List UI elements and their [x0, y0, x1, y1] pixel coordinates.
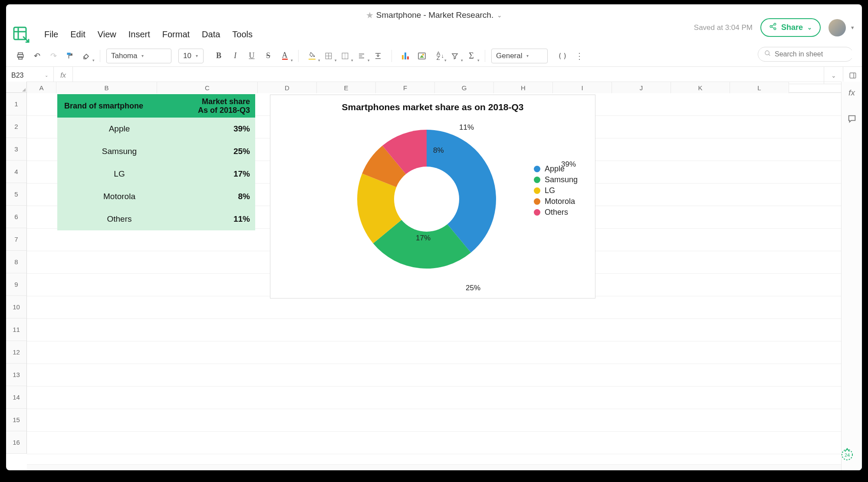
filter-icon[interactable]: ▾	[447, 49, 462, 63]
table-row[interactable]: Others11%	[57, 208, 255, 230]
table-header-col2-line1: Market share	[181, 97, 250, 106]
sort-icon[interactable]: AZ↓▾	[431, 49, 446, 63]
font-size-select[interactable]: 10▾	[178, 49, 204, 63]
row-header[interactable]: 4	[6, 161, 27, 183]
number-format-value: General	[496, 52, 522, 60]
bold-button[interactable]: B	[211, 49, 226, 63]
menu-edit[interactable]: Edit	[64, 27, 91, 42]
legend-label: LG	[545, 186, 555, 195]
chart-object[interactable]: Smartphones market share as on 2018-Q3 3…	[270, 95, 595, 298]
svg-point-3	[774, 23, 776, 26]
column-header[interactable]: C	[157, 82, 258, 93]
select-all-corner[interactable]	[6, 82, 27, 93]
italic-button[interactable]: I	[228, 49, 243, 63]
insert-function-icon[interactable]: ()	[556, 49, 570, 63]
row-header[interactable]: 1	[6, 93, 27, 115]
menu-format[interactable]: Format	[156, 27, 196, 42]
legend-swatch	[534, 166, 540, 172]
column-header[interactable]: G	[435, 82, 494, 93]
undo-icon[interactable]: ↶	[30, 49, 44, 63]
horizontal-scrollbar[interactable]	[27, 464, 841, 470]
avatar[interactable]	[829, 19, 846, 36]
chevron-down-icon[interactable]: ⌄	[45, 73, 48, 78]
search-sheet[interactable]	[758, 47, 853, 62]
font-color-button[interactable]: A▾	[277, 49, 292, 63]
borders-button[interactable]: ▾	[321, 49, 336, 63]
document-title-wrap[interactable]: ★ Smartphone - Market Research. ⌄	[366, 10, 502, 20]
share-icon	[769, 23, 777, 33]
menu-tools[interactable]: Tools	[226, 27, 259, 42]
comments-panel-icon[interactable]	[845, 112, 859, 126]
search-input[interactable]	[775, 50, 861, 58]
table-row[interactable]: LG17%	[57, 163, 255, 185]
svg-text:24: 24	[845, 452, 850, 458]
chart-title: Smartphones market share as on 2018-Q3	[270, 95, 595, 112]
insert-image-icon[interactable]	[414, 49, 429, 63]
table-row[interactable]: Apple39%	[57, 118, 255, 140]
table-cell-share: 8%	[181, 192, 255, 201]
column-header[interactable]: F	[376, 82, 435, 93]
table-body: Apple39%Samsung25%LG17%Motorola8%Others1…	[57, 118, 255, 230]
underline-button[interactable]: U	[244, 49, 259, 63]
row-header[interactable]: 16	[6, 431, 27, 454]
autosum-icon[interactable]: Σ▾	[464, 49, 479, 63]
table-header-col2: Market share As of 2018-Q3	[181, 95, 255, 116]
row-header[interactable]: 2	[6, 115, 27, 138]
table-row[interactable]: Samsung25%	[57, 140, 255, 163]
chevron-down-icon[interactable]: ▾	[851, 24, 854, 31]
column-header[interactable]: E	[317, 82, 376, 93]
menu-file[interactable]: File	[38, 27, 64, 42]
redo-icon[interactable]: ↷	[46, 49, 61, 63]
format-painter-icon[interactable]	[62, 49, 77, 63]
fx-panel-icon[interactable]: fx	[845, 86, 859, 100]
share-button[interactable]: Share ⌄	[760, 18, 821, 37]
column-header[interactable]: B	[56, 82, 157, 93]
menu-data[interactable]: Data	[196, 27, 226, 42]
row-header[interactable]: 13	[6, 364, 27, 386]
insert-chart-icon[interactable]	[398, 49, 413, 63]
row-header[interactable]: 12	[6, 341, 27, 364]
table-cell-share: 25%	[181, 147, 255, 156]
clear-icon[interactable]: ▾	[79, 49, 94, 63]
row-header[interactable]: 8	[6, 251, 27, 273]
table-row[interactable]: Motorola8%	[57, 185, 255, 208]
column-header[interactable]: L	[730, 82, 789, 93]
svg-line-6	[772, 25, 774, 26]
valign-button[interactable]	[371, 49, 385, 63]
row-header[interactable]: 9	[6, 273, 27, 296]
chevron-down-icon[interactable]: ⌄	[497, 12, 502, 19]
row-headers: 12345678910111213141516	[6, 93, 27, 454]
donut-chart	[349, 121, 505, 277]
strikethrough-button[interactable]: S	[261, 49, 276, 63]
more-icon[interactable]: ⋮	[572, 49, 587, 63]
chart-legend: AppleSamsungLGMotorolaOthers	[534, 164, 578, 219]
row-header[interactable]: 5	[6, 183, 27, 206]
row-header[interactable]: 3	[6, 138, 27, 161]
row-header[interactable]: 10	[6, 296, 27, 318]
document-title: Smartphone - Market Research.	[376, 10, 493, 20]
merge-button[interactable]: ▾	[338, 49, 352, 63]
row-header[interactable]: 11	[6, 318, 27, 341]
menu-insert[interactable]: Insert	[122, 27, 156, 42]
row-header[interactable]: 15	[6, 409, 27, 431]
row-header[interactable]: 14	[6, 386, 27, 409]
column-header[interactable]: D	[258, 82, 317, 93]
column-header[interactable]: K	[671, 82, 730, 93]
column-header[interactable]: I	[553, 82, 612, 93]
fill-color-button[interactable]: ▾	[305, 49, 319, 63]
print-icon[interactable]	[13, 49, 28, 63]
font-family-select[interactable]: Tahoma▾	[106, 49, 171, 63]
help-fab-icon[interactable]: 24	[839, 447, 855, 464]
halign-button[interactable]: ▾	[354, 49, 369, 63]
column-header[interactable]: H	[494, 82, 553, 93]
number-format-select[interactable]: General▾	[491, 49, 548, 63]
column-header[interactable]: A	[27, 82, 56, 93]
legend-item: Motorola	[534, 197, 578, 206]
star-icon[interactable]: ★	[366, 10, 374, 20]
column-header[interactable]: J	[612, 82, 671, 93]
menu-view[interactable]: View	[92, 27, 122, 42]
row-header[interactable]: 6	[6, 206, 27, 228]
legend-swatch	[534, 187, 540, 194]
app-logo-icon[interactable]	[11, 26, 30, 43]
row-header[interactable]: 7	[6, 228, 27, 251]
